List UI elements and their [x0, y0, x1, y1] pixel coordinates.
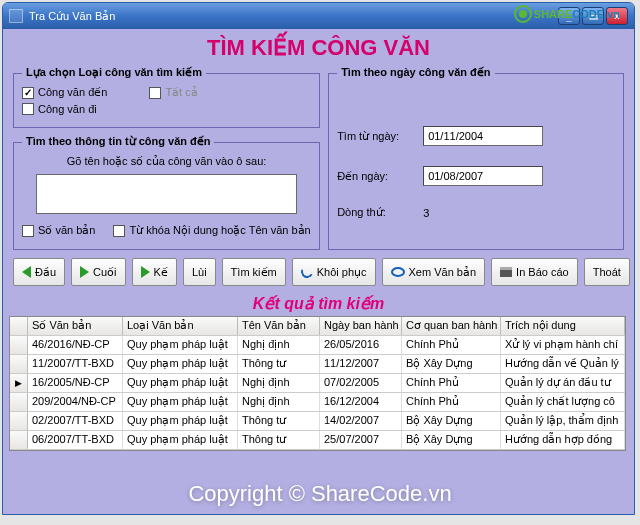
cell[interactable]: Thông tư — [238, 431, 320, 449]
cell[interactable]: Chính Phủ — [402, 336, 501, 354]
label-to-date: Đến ngày: — [337, 170, 417, 183]
row-indicator: ▶ — [10, 374, 28, 392]
cell[interactable]: Thông tư — [238, 355, 320, 373]
checkbox-cong-van-den[interactable]: ✓ Công văn đến — [22, 86, 107, 99]
empty-check-icon — [22, 103, 34, 115]
btn-label: Lùi — [192, 266, 207, 278]
window-title: Tra Cứu Văn Bản — [29, 10, 115, 23]
cell[interactable]: 11/12/2007 — [320, 355, 402, 373]
cell[interactable]: Nghị định — [238, 393, 320, 411]
group-ngay: Tìm theo ngày công văn đến Tìm từ ngày: … — [328, 73, 624, 250]
cell[interactable]: Nghị định — [238, 374, 320, 392]
next-button[interactable]: Kế — [132, 258, 177, 286]
table-row[interactable]: 06/2007/TT-BXDQuy phạm pháp luậtThông tư… — [10, 431, 625, 450]
table-row[interactable]: 46/2016/NĐ-CPQuy phạm pháp luậtNghị định… — [10, 336, 625, 355]
to-date-input[interactable] — [423, 166, 543, 186]
cell[interactable]: Nghị định — [238, 336, 320, 354]
checkbox-label: Số văn bản — [38, 224, 95, 237]
cell[interactable]: 14/02/2007 — [320, 412, 402, 430]
cell[interactable]: Bộ Xây Dựng — [402, 431, 501, 449]
group-thong-tin: Tìm theo thông tin từ công văn đến Gõ tê… — [13, 142, 320, 250]
cell[interactable]: Quy phạm pháp luật — [123, 431, 238, 449]
cell[interactable]: Thông tư — [238, 412, 320, 430]
checkbox-label: Công văn đi — [38, 103, 97, 115]
cell[interactable]: 26/05/2016 — [320, 336, 402, 354]
cell[interactable]: 06/2007/TT-BXD — [28, 431, 123, 449]
results-grid[interactable]: Số Văn bản Loại Văn bản Tên Văn bản Ngày… — [9, 316, 626, 451]
cell[interactable]: 07/02/2005 — [320, 374, 402, 392]
cell[interactable]: Chính Phủ — [402, 374, 501, 392]
cell[interactable]: 02/2007/TT-BXD — [28, 412, 123, 430]
empty-check-icon — [22, 225, 34, 237]
cell[interactable]: 25/07/2007 — [320, 431, 402, 449]
gear-icon — [514, 5, 532, 23]
group-legend-loai: Lựa chọn Loại công văn tìm kiếm — [22, 66, 206, 79]
cell[interactable]: Quản lý lập, thẩm định — [501, 412, 625, 430]
row-header-corner — [10, 317, 28, 335]
cell[interactable]: Hướng dẫn về Quản lý — [501, 355, 625, 373]
last-icon — [80, 266, 89, 278]
search-input[interactable] — [36, 174, 297, 214]
search-button[interactable]: Tìm kiếm — [222, 258, 286, 286]
col-header[interactable]: Cơ quan ban hành — [402, 317, 501, 335]
cell[interactable]: 16/12/2004 — [320, 393, 402, 411]
row-num-value: 3 — [423, 207, 429, 219]
cell[interactable]: Quy phạm pháp luật — [123, 393, 238, 411]
group-legend-info: Tìm theo thông tin từ công văn đến — [22, 135, 214, 148]
cell[interactable]: 16/2005/NĐ-CP — [28, 374, 123, 392]
checkbox-tat-ca[interactable]: Tất cả — [149, 86, 197, 99]
col-header[interactable]: Ngày ban hành — [320, 317, 402, 335]
exit-button[interactable]: Thoát — [584, 258, 630, 286]
checkbox-so-van-ban[interactable]: Số văn bản — [22, 224, 95, 237]
view-button[interactable]: Xem Văn bản — [382, 258, 486, 286]
cell[interactable]: 209/2004/NĐ-CP — [28, 393, 123, 411]
row-indicator — [10, 431, 28, 449]
cell[interactable]: Quy phạm pháp luật — [123, 412, 238, 430]
eye-icon — [391, 267, 405, 277]
page-title: TÌM KIẾM CÔNG VĂN — [7, 35, 630, 61]
cell[interactable]: Chính Phủ — [402, 393, 501, 411]
col-header[interactable]: Loại Văn bản — [123, 317, 238, 335]
empty-check-icon — [113, 225, 125, 237]
first-button[interactable]: Đầu — [13, 258, 65, 286]
group-legend-ngay: Tìm theo ngày công văn đến — [337, 66, 494, 79]
brand-suffix: .vn — [604, 8, 620, 20]
cell[interactable]: Bộ Xây Dựng — [402, 355, 501, 373]
app-window: Tra Cứu Văn Bản _ ▭ × TÌM KIẾM CÔNG VĂN … — [2, 2, 635, 515]
cell[interactable]: Bộ Xây Dựng — [402, 412, 501, 430]
btn-label: Xem Văn bản — [409, 266, 477, 279]
cell[interactable]: 11/2007/TT-BXD — [28, 355, 123, 373]
table-row[interactable]: 02/2007/TT-BXDQuy phạm pháp luậtThông tư… — [10, 412, 625, 431]
cell[interactable]: Quy phạm pháp luật — [123, 374, 238, 392]
toolbar: Đầu Cuối Kế Lùi Tìm kiếm Khôi phục Xem V… — [7, 250, 630, 294]
cell[interactable]: 46/2016/NĐ-CP — [28, 336, 123, 354]
print-icon — [500, 267, 512, 277]
cell[interactable]: Quy phạm pháp luật — [123, 336, 238, 354]
prev-button[interactable]: Lùi — [183, 258, 216, 286]
cell[interactable]: Quản lý chất lượng cô — [501, 393, 625, 411]
col-header[interactable]: Tên Văn bản — [238, 317, 320, 335]
cell[interactable]: Quy phạm pháp luật — [123, 355, 238, 373]
empty-check-icon — [149, 87, 161, 99]
print-button[interactable]: In Báo cáo — [491, 258, 578, 286]
table-row[interactable]: 209/2004/NĐ-CPQuy phạm pháp luậtNghị địn… — [10, 393, 625, 412]
checkbox-tu-khoa[interactable]: Từ khóa Nội dung hoặc Tên văn bản — [113, 224, 310, 237]
checkbox-cong-van-di[interactable]: Công văn đi — [22, 103, 97, 115]
cell[interactable]: Hướng dẫn hợp đồng — [501, 431, 625, 449]
row-indicator — [10, 393, 28, 411]
table-row[interactable]: ▶16/2005/NĐ-CPQuy phạm pháp luậtNghị địn… — [10, 374, 625, 393]
table-row[interactable]: 11/2007/TT-BXDQuy phạm pháp luậtThông tư… — [10, 355, 625, 374]
from-date-input[interactable] — [423, 126, 543, 146]
row-indicator — [10, 355, 28, 373]
cell[interactable]: Quản lý dự án đầu tư — [501, 374, 625, 392]
cell[interactable]: Xử lý vi phạm hành chí — [501, 336, 625, 354]
btn-label: Khôi phục — [317, 266, 367, 279]
col-header[interactable]: Trích nội dung — [501, 317, 625, 335]
restore-button[interactable]: Khôi phục — [292, 258, 376, 286]
col-header[interactable]: Số Văn bản — [28, 317, 123, 335]
checkbox-label: Công văn đến — [38, 86, 107, 99]
results-title: Kết quả tìm kiếm — [7, 294, 630, 313]
brand-text-1: SHARE — [534, 8, 573, 20]
last-button[interactable]: Cuối — [71, 258, 126, 286]
btn-label: Thoát — [593, 266, 621, 278]
